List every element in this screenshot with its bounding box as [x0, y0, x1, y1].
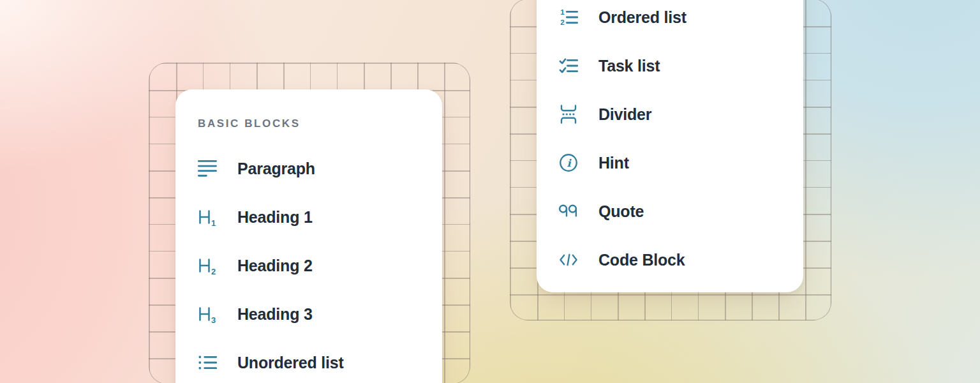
- menu-item-unordered-list[interactable]: Unordered list: [175, 338, 442, 383]
- menu-item-label: Heading 1: [237, 208, 313, 227]
- menu-item-hint[interactable]: Hint: [537, 139, 803, 187]
- menu-item-ordered-list[interactable]: Ordered list: [537, 0, 803, 41]
- menu-item-divider[interactable]: Divider: [537, 90, 803, 139]
- blocks-list-continued: Ordered list Task list Divider Hint Quot…: [537, 0, 803, 284]
- menu-item-label: Heading 2: [237, 257, 313, 275]
- menu-item-label: Paragraph: [237, 160, 315, 178]
- background-gradient: BASIC BLOCKS Paragraph Heading 1 Heading…: [0, 0, 980, 383]
- menu-item-label: Task list: [598, 57, 660, 75]
- heading-2-icon: [197, 255, 218, 276]
- menu-item-label: Unordered list: [237, 354, 344, 372]
- menu-item-heading-2[interactable]: Heading 2: [175, 241, 442, 290]
- menu-item-heading-1[interactable]: Heading 1: [175, 193, 442, 241]
- menu-item-quote[interactable]: Quote: [537, 187, 803, 236]
- paragraph-icon: [197, 158, 218, 179]
- task-list-icon: [558, 55, 579, 77]
- ordered-list-icon: [558, 6, 579, 28]
- section-label-basic-blocks: BASIC BLOCKS: [198, 115, 442, 133]
- menu-item-paragraph[interactable]: Paragraph: [175, 144, 442, 193]
- menu-item-task-list[interactable]: Task list: [537, 41, 803, 90]
- divider-icon: [558, 103, 579, 125]
- menu-item-heading-3[interactable]: Heading 3: [175, 290, 442, 338]
- quote-icon: [558, 200, 579, 222]
- blocks-menu-continued: Ordered list Task list Divider Hint Quot…: [537, 0, 803, 292]
- heading-1-icon: [197, 206, 218, 228]
- code-block-icon: [558, 249, 579, 271]
- hint-icon: [558, 152, 579, 174]
- heading-3-icon: [197, 303, 218, 325]
- menu-item-label: Hint: [598, 154, 629, 172]
- menu-item-code-block[interactable]: Code Block: [537, 236, 803, 284]
- menu-item-label: Code Block: [598, 251, 685, 269]
- basic-blocks-list: Paragraph Heading 1 Heading 2 Heading 3 …: [175, 144, 442, 383]
- menu-item-label: Divider: [598, 105, 651, 124]
- basic-blocks-menu: BASIC BLOCKS Paragraph Heading 1 Heading…: [175, 89, 442, 383]
- menu-item-label: Quote: [598, 202, 644, 221]
- unordered-list-icon: [197, 352, 218, 373]
- menu-item-label: Ordered list: [598, 8, 687, 27]
- menu-item-label: Heading 3: [237, 305, 313, 324]
